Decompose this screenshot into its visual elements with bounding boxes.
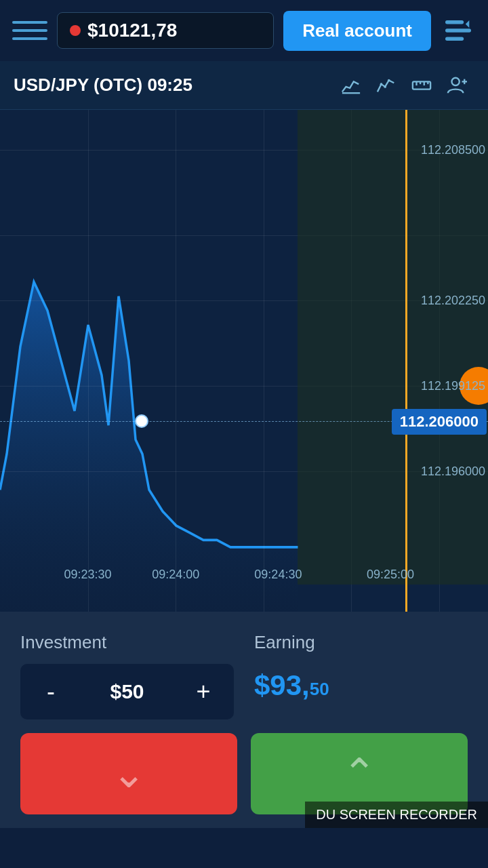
svg-point-7 — [388, 79, 390, 81]
sidebar-toggle-icon[interactable] — [441, 13, 476, 48]
add-user-icon[interactable] — [439, 68, 474, 103]
svg-marker-3 — [466, 20, 469, 28]
chart-toolbar: USD/JPY (OTC) 09:25 — [0, 61, 488, 110]
increase-investment-button[interactable]: + — [186, 675, 220, 709]
time-label-2: 09:24:00 — [152, 568, 199, 582]
decrease-investment-button[interactable]: - — [34, 675, 68, 709]
grid-v — [264, 110, 264, 612]
price-label-3: 112.199125 — [421, 379, 485, 393]
future-zone — [298, 110, 488, 585]
investment-value: $50 — [110, 680, 144, 703]
price-label-4: 112.196000 — [421, 464, 485, 478]
menu-button[interactable] — [12, 13, 47, 48]
crosshair-dot — [135, 414, 148, 428]
real-account-button[interactable]: Real account — [283, 11, 431, 51]
svg-rect-1 — [445, 28, 471, 32]
investment-label: Investment — [20, 632, 234, 653]
svg-rect-0 — [445, 20, 464, 24]
svg-point-6 — [384, 85, 386, 88]
svg-point-13 — [452, 77, 460, 85]
investment-section: Investment - $50 + — [20, 632, 234, 719]
live-indicator — [70, 25, 81, 36]
time-label-1: 09:23:30 — [64, 568, 112, 582]
earning-section: Earning $93,50 — [254, 632, 468, 719]
ruler-icon[interactable] — [404, 68, 439, 103]
current-price-tag: 112.206000 — [392, 409, 487, 435]
buy-icon: ⌃ — [342, 753, 376, 794]
balance-amount: $10121,78 — [87, 20, 177, 41]
line-chart-icon[interactable] — [369, 68, 404, 103]
sell-icon: ⌄ — [112, 753, 146, 794]
earning-label: Earning — [254, 632, 468, 653]
earning-value: $93,50 — [254, 664, 468, 702]
earning-main: $93, — [254, 669, 310, 701]
grid-v — [176, 110, 176, 612]
svg-point-5 — [380, 83, 383, 85]
grid-v — [88, 110, 89, 612]
watermark: DU SCREEN RECORDER — [305, 802, 488, 828]
time-label-4: 09:25:00 — [367, 568, 414, 582]
price-label-2: 112.202250 — [421, 294, 485, 308]
svg-rect-2 — [445, 37, 464, 41]
sell-button[interactable]: ⌄ — [20, 733, 237, 814]
investment-earning-row: Investment - $50 + Earning $93,50 — [20, 632, 468, 719]
pair-label: USD/JPY (OTC) 09:25 — [14, 75, 333, 96]
chart-area[interactable]: 112.206000 112.208500 112.202250 112.199… — [0, 110, 488, 612]
current-time-line — [405, 110, 407, 612]
balance-area: $10121,78 — [57, 12, 274, 49]
price-label-1: 112.208500 — [421, 143, 485, 157]
bar-chart-icon[interactable] — [333, 68, 369, 103]
time-label-3: 09:24:30 — [254, 568, 302, 582]
investment-control: - $50 + — [20, 664, 234, 719]
bottom-panel: Investment - $50 + Earning $93,50 ⌄ ⌃ DU… — [0, 612, 488, 828]
header: $10121,78 Real account — [0, 0, 488, 61]
earning-cents: 50 — [310, 679, 329, 699]
